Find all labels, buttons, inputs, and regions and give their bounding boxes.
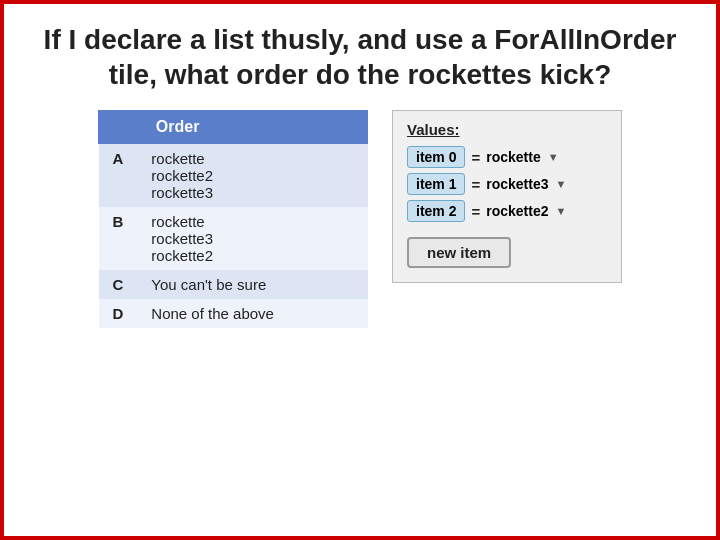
table-row: CYou can't be sure xyxy=(99,270,368,299)
row-letter: A xyxy=(99,144,138,208)
dropdown-arrow-icon[interactable]: ▼ xyxy=(548,151,559,163)
table-row: Arocketterockette2rockette3 xyxy=(99,144,368,208)
dropdown-arrow-icon[interactable]: ▼ xyxy=(556,178,567,190)
table-row: Brocketterockette3rockette2 xyxy=(99,207,368,270)
item-row: item 0=rockette▼ xyxy=(407,146,607,168)
table-row: DNone of the above xyxy=(99,299,368,328)
new-item-button[interactable]: new item xyxy=(407,237,511,268)
item-row: item 1=rockette3▼ xyxy=(407,173,607,195)
row-order: rocketterockette2rockette3 xyxy=(137,144,367,208)
equals-sign: = xyxy=(471,203,480,220)
row-order: You can't be sure xyxy=(137,270,367,299)
item-value: rockette2 xyxy=(486,203,548,219)
content-row: Order Arocketterockette2rockette3Brocket… xyxy=(28,110,692,328)
table-col-empty xyxy=(99,111,138,144)
dropdown-arrow-icon[interactable]: ▼ xyxy=(556,205,567,217)
equals-sign: = xyxy=(471,176,480,193)
slide: If I declare a list thusly, and use a Fo… xyxy=(4,4,716,536)
values-panel: Values: item 0=rockette▼item 1=rockette3… xyxy=(392,110,622,283)
item-badge: item 1 xyxy=(407,173,465,195)
row-order: None of the above xyxy=(137,299,367,328)
row-order: rocketterockette3rockette2 xyxy=(137,207,367,270)
item-value: rockette3 xyxy=(486,176,548,192)
row-letter: B xyxy=(99,207,138,270)
item-value: rockette xyxy=(486,149,540,165)
equals-sign: = xyxy=(471,149,480,166)
row-letter: D xyxy=(99,299,138,328)
item-badge: item 2 xyxy=(407,200,465,222)
row-letter: C xyxy=(99,270,138,299)
table-col-order: Order xyxy=(137,111,367,144)
slide-title: If I declare a list thusly, and use a Fo… xyxy=(28,22,692,92)
item-badge: item 0 xyxy=(407,146,465,168)
item-row: item 2=rockette2▼ xyxy=(407,200,607,222)
values-label: Values: xyxy=(407,121,607,138)
answer-table: Order Arocketterockette2rockette3Brocket… xyxy=(98,110,368,328)
